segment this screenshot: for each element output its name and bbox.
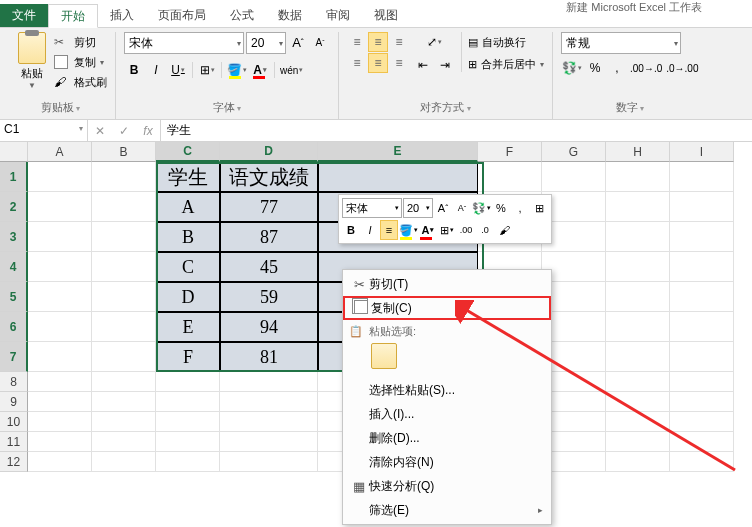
ctx-paste-special[interactable]: 选择性粘贴(S)... (343, 378, 551, 402)
cell-H10[interactable] (606, 412, 670, 432)
cell-B3[interactable] (92, 222, 156, 252)
cell-F1[interactable] (478, 162, 542, 192)
col-header-C[interactable]: C (156, 142, 220, 162)
cell-H4[interactable] (606, 252, 670, 282)
shrink-font-button[interactable]: Aˇ (310, 32, 330, 52)
cell-C8[interactable] (156, 372, 220, 392)
bold-button[interactable]: B (124, 60, 144, 80)
cell-I6[interactable] (670, 312, 734, 342)
underline-button[interactable]: U (168, 60, 188, 80)
mini-shrink-font[interactable]: Aˇ (453, 198, 471, 218)
cell-I5[interactable] (670, 282, 734, 312)
mini-format-painter[interactable]: ⊞ (530, 198, 548, 218)
cell-D9[interactable] (220, 392, 318, 412)
cell-C2[interactable]: A (156, 192, 220, 222)
font-size-combo[interactable]: 20 (246, 32, 286, 54)
align-center[interactable]: ≡ (368, 53, 388, 73)
row-header-3[interactable]: 3 (0, 222, 28, 252)
cell-I9[interactable] (670, 392, 734, 412)
increase-decimal-button[interactable]: .00→.0 (629, 58, 663, 78)
number-format-combo[interactable]: 常规 (561, 32, 681, 54)
cell-H1[interactable] (606, 162, 670, 192)
row-header-7[interactable]: 7 (0, 342, 28, 372)
row-header-6[interactable]: 6 (0, 312, 28, 342)
cell-H11[interactable] (606, 432, 670, 452)
cell-B2[interactable] (92, 192, 156, 222)
tab-insert[interactable]: 插入 (98, 4, 146, 27)
cell-E1[interactable] (318, 162, 478, 192)
cell-D3[interactable]: 87 (220, 222, 318, 252)
mini-percent[interactable]: % (492, 198, 510, 218)
col-header-H[interactable]: H (606, 142, 670, 162)
cell-D8[interactable] (220, 372, 318, 392)
tab-formulas[interactable]: 公式 (218, 4, 266, 27)
cell-B9[interactable] (92, 392, 156, 412)
row-header-9[interactable]: 9 (0, 392, 28, 412)
cell-C6[interactable]: E (156, 312, 220, 342)
cell-D10[interactable] (220, 412, 318, 432)
cell-B6[interactable] (92, 312, 156, 342)
phonetic-button[interactable]: wén (279, 60, 304, 80)
cell-C7[interactable]: F (156, 342, 220, 372)
ctx-filter[interactable]: 筛选(E) (343, 498, 551, 522)
cell-H3[interactable] (606, 222, 670, 252)
cell-H12[interactable] (606, 452, 670, 472)
mini-italic[interactable]: I (361, 220, 379, 240)
mini-fill-color[interactable]: 🪣 (399, 220, 418, 240)
cell-H8[interactable] (606, 372, 670, 392)
cell-B4[interactable] (92, 252, 156, 282)
cell-D2[interactable]: 77 (220, 192, 318, 222)
ctx-quick-analysis[interactable]: ▦快速分析(Q) (343, 474, 551, 498)
tab-home[interactable]: 开始 (48, 4, 98, 28)
currency-button[interactable]: 💱 (561, 58, 583, 78)
mini-border[interactable]: ⊞ (438, 220, 456, 240)
row-header-2[interactable]: 2 (0, 192, 28, 222)
mini-dec-decimal[interactable]: .0 (476, 220, 494, 240)
comma-button[interactable]: , (607, 58, 627, 78)
cell-C5[interactable]: D (156, 282, 220, 312)
row-header-11[interactable]: 11 (0, 432, 28, 452)
cell-C4[interactable]: C (156, 252, 220, 282)
row-header-8[interactable]: 8 (0, 372, 28, 392)
mini-bold[interactable]: B (342, 220, 360, 240)
mini-align-center[interactable]: ≡ (380, 220, 398, 240)
format-painter-button[interactable]: 格式刷 (54, 72, 107, 92)
font-name-combo[interactable]: 宋体 (124, 32, 244, 54)
grow-font-button[interactable]: Aˆ (288, 32, 308, 52)
cell-A11[interactable] (28, 432, 92, 452)
mini-font-combo[interactable]: 宋体 (342, 198, 402, 218)
percent-button[interactable]: % (585, 58, 605, 78)
orientation-button[interactable]: ⤢ (413, 32, 455, 52)
cell-I2[interactable] (670, 192, 734, 222)
border-button[interactable]: ⊞ (197, 60, 217, 80)
mini-grow-font[interactable]: Aˆ (434, 198, 452, 218)
cell-G1[interactable] (542, 162, 606, 192)
cell-D4[interactable]: 45 (220, 252, 318, 282)
paste-button[interactable]: 粘贴 ▼ (14, 32, 50, 90)
cell-C12[interactable] (156, 452, 220, 472)
cell-A9[interactable] (28, 392, 92, 412)
tab-view[interactable]: 视图 (362, 4, 410, 27)
ctx-paste-option-1[interactable] (371, 343, 397, 369)
cancel-formula-button[interactable]: ✕ (88, 124, 112, 138)
cell-A5[interactable] (28, 282, 92, 312)
cell-D12[interactable] (220, 452, 318, 472)
align-left[interactable]: ≡ (347, 53, 367, 73)
col-header-I[interactable]: I (670, 142, 734, 162)
accept-formula-button[interactable]: ✓ (112, 124, 136, 138)
cell-A1[interactable] (28, 162, 92, 192)
copy-button[interactable]: 复制▾ (54, 52, 107, 72)
cut-button[interactable]: 剪切 (54, 32, 107, 52)
name-box[interactable]: C1 (0, 120, 88, 141)
align-top-right[interactable]: ≡ (389, 32, 409, 52)
cell-C3[interactable]: B (156, 222, 220, 252)
align-right[interactable]: ≡ (389, 53, 409, 73)
cell-A3[interactable] (28, 222, 92, 252)
col-header-E[interactable]: E (318, 142, 478, 162)
row-header-4[interactable]: 4 (0, 252, 28, 282)
mini-inc-decimal[interactable]: .00 (457, 220, 475, 240)
col-header-F[interactable]: F (478, 142, 542, 162)
col-header-A[interactable]: A (28, 142, 92, 162)
mini-font-color[interactable]: A (419, 220, 437, 240)
col-header-B[interactable]: B (92, 142, 156, 162)
